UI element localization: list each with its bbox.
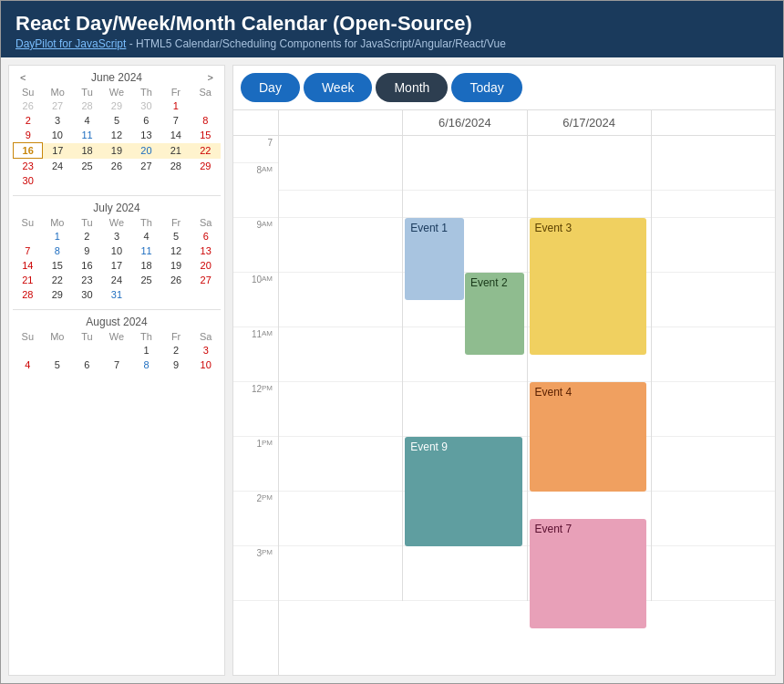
calendar-day[interactable]: 2 bbox=[72, 229, 102, 244]
today-button[interactable]: Today bbox=[451, 73, 521, 102]
calendar-day[interactable]: 30 bbox=[131, 98, 160, 113]
event-1[interactable]: Event 1 bbox=[405, 218, 464, 300]
calendar-day[interactable]: 7 bbox=[102, 358, 132, 372]
calendar-day[interactable]: 30 bbox=[14, 173, 43, 188]
calendar-day[interactable]: 30 bbox=[72, 287, 102, 302]
calendar-day[interactable]: 14 bbox=[161, 128, 191, 143]
calendar-day[interactable]: 6 bbox=[72, 358, 102, 372]
calendar-day[interactable]: 16 bbox=[72, 258, 102, 273]
calendar-day[interactable]: 12 bbox=[102, 128, 131, 143]
calendar-day[interactable]: 27 bbox=[43, 98, 72, 113]
daypilot-link[interactable]: DayPilot for JavaScript bbox=[15, 37, 126, 50]
calendar-day[interactable]: 1 bbox=[131, 343, 161, 358]
calendar-day[interactable]: 11 bbox=[131, 244, 161, 258]
event-9[interactable]: Event 9 bbox=[405, 437, 521, 546]
calendar-day[interactable]: 28 bbox=[13, 287, 43, 302]
calendar-day[interactable]: 12 bbox=[161, 244, 191, 258]
calendar-day[interactable]: 10 bbox=[191, 358, 221, 372]
calendar-day[interactable]: 21 bbox=[13, 273, 43, 287]
calendar-day[interactable]: 2 bbox=[161, 343, 191, 358]
calendar-day[interactable]: 24 bbox=[43, 159, 72, 174]
calendar-day[interactable]: 6 bbox=[191, 229, 221, 244]
calendar-day[interactable]: 4 bbox=[13, 358, 43, 372]
calendar-day[interactable]: 7 bbox=[13, 244, 43, 258]
calendar-day[interactable]: 16 bbox=[14, 143, 43, 159]
calendar-day[interactable]: 4 bbox=[72, 113, 101, 128]
week-view: 6/16/2024 6/17/2024 7 8AM 9AM 10AM 11AM bbox=[233, 110, 775, 675]
calendar-day[interactable]: 8 bbox=[131, 358, 161, 372]
calendar-day[interactable]: 26 bbox=[161, 273, 191, 287]
calendar-day[interactable]: 24 bbox=[102, 273, 132, 287]
calendar-day[interactable]: 25 bbox=[72, 159, 101, 174]
calendar-day[interactable]: 9 bbox=[14, 128, 43, 143]
next-month-button[interactable]: > bbox=[204, 71, 217, 84]
event-3[interactable]: Event 3 bbox=[530, 218, 646, 355]
calendar-day[interactable]: 10 bbox=[102, 244, 132, 258]
calendar-day[interactable]: 17 bbox=[43, 143, 72, 159]
calendar-day[interactable]: 20 bbox=[191, 258, 221, 273]
event-4[interactable]: Event 4 bbox=[530, 382, 646, 492]
calendar-day bbox=[161, 287, 191, 302]
calendar-day[interactable]: 1 bbox=[161, 98, 191, 113]
calendar-day[interactable]: 1 bbox=[43, 229, 73, 244]
calendar-day[interactable]: 22 bbox=[43, 273, 73, 287]
calendar-day[interactable]: 27 bbox=[131, 159, 160, 174]
calendar-day[interactable]: 8 bbox=[43, 244, 73, 258]
calendar-day[interactable]: 15 bbox=[43, 258, 73, 273]
calendar-day[interactable]: 10 bbox=[43, 128, 72, 143]
month-button[interactable]: Month bbox=[376, 73, 448, 102]
calendar-day[interactable]: 19 bbox=[161, 258, 191, 273]
calendar-day[interactable]: 7 bbox=[161, 113, 191, 128]
calendar-day[interactable]: 9 bbox=[161, 358, 191, 372]
week-button[interactable]: Week bbox=[304, 73, 373, 102]
prev-month-button[interactable]: < bbox=[16, 71, 29, 84]
calendar-day[interactable]: 25 bbox=[131, 273, 161, 287]
august-month-label: August 2024 bbox=[86, 316, 147, 328]
calendar-day[interactable]: 6 bbox=[131, 113, 160, 128]
july-month-label: July 2024 bbox=[93, 202, 139, 214]
calendar-day[interactable]: 13 bbox=[131, 128, 160, 143]
calendar-day[interactable]: 18 bbox=[131, 258, 161, 273]
calendar-day[interactable]: 18 bbox=[72, 143, 101, 159]
calendar-day[interactable]: 15 bbox=[191, 128, 220, 143]
calendar-day[interactable]: 28 bbox=[72, 98, 101, 113]
day-button[interactable]: Day bbox=[241, 73, 300, 102]
col-mo: Mo bbox=[43, 330, 73, 343]
calendar-day[interactable]: 3 bbox=[102, 229, 132, 244]
calendar-day[interactable]: 5 bbox=[102, 113, 131, 128]
calendar-day[interactable]: 8 bbox=[191, 113, 220, 128]
calendar-day[interactable]: 23 bbox=[14, 159, 43, 174]
calendar-day[interactable]: 26 bbox=[102, 159, 131, 174]
calendar-day[interactable]: 3 bbox=[43, 113, 72, 128]
calendar-day[interactable]: 27 bbox=[191, 273, 221, 287]
calendar-day[interactable]: 2 bbox=[14, 113, 43, 128]
calendar-day[interactable]: 9 bbox=[72, 244, 102, 258]
page-title: React Day/Week/Month Calendar (Open-Sour… bbox=[15, 12, 769, 36]
calendar-day[interactable]: 29 bbox=[191, 159, 220, 174]
calendar-day[interactable]: 5 bbox=[161, 229, 191, 244]
calendar-day[interactable]: 31 bbox=[102, 287, 132, 302]
calendar-day[interactable]: 3 bbox=[191, 343, 221, 358]
col-su: Su bbox=[14, 86, 43, 98]
calendar-day[interactable]: 17 bbox=[102, 258, 132, 273]
calendar-day[interactable]: 5 bbox=[43, 358, 73, 372]
calendar-day[interactable]: 21 bbox=[161, 143, 191, 159]
calendar-day[interactable]: 28 bbox=[161, 159, 191, 174]
calendar-day[interactable]: 26 bbox=[14, 98, 43, 113]
calendar-day[interactable]: 22 bbox=[191, 143, 220, 159]
col-su: Su bbox=[13, 216, 43, 229]
calendar-day[interactable]: 13 bbox=[191, 244, 221, 258]
event-7[interactable]: Event 7 bbox=[530, 519, 646, 628]
calendar-day[interactable]: 11 bbox=[72, 128, 101, 143]
event-2[interactable]: Event 2 bbox=[465, 273, 524, 355]
calendar-day[interactable]: 4 bbox=[131, 229, 161, 244]
calendar-day[interactable]: 19 bbox=[102, 143, 131, 159]
calendar-day bbox=[13, 343, 43, 358]
calendar-day[interactable]: 29 bbox=[43, 287, 73, 302]
calendar-day[interactable]: 23 bbox=[72, 273, 102, 287]
calendar-day[interactable]: 29 bbox=[102, 98, 131, 113]
calendar-day[interactable]: 14 bbox=[13, 258, 43, 273]
time-3pm: 3PM bbox=[233, 546, 278, 601]
day-col-empty2 bbox=[652, 136, 775, 601]
calendar-day[interactable]: 20 bbox=[131, 143, 160, 159]
